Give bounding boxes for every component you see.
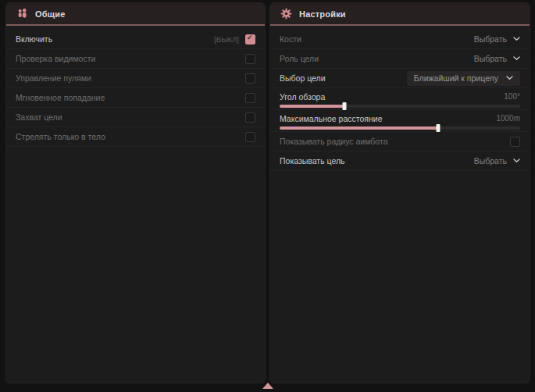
row-controls: Выбрать	[474, 156, 520, 166]
settings-row: Выбор целиБлижайший к прицелу	[270, 69, 530, 88]
settings-row: Роль целиВыбрать	[270, 49, 530, 69]
settings-row: Показывать радиус аимбота	[270, 132, 530, 151]
checkbox[interactable]	[245, 54, 255, 64]
settings-panel-header: Настройки	[270, 3, 530, 26]
slider-value: 1000m	[496, 114, 520, 123]
slider-thumb[interactable]	[437, 124, 440, 132]
dropdown[interactable]: Ближайший к прицелу	[407, 71, 520, 86]
slider-header: Максимальное расстояние1000m	[280, 114, 520, 123]
row-controls: Выбрать	[474, 54, 520, 63]
general-panel-rows: Включить[ВЫКЛ]Проверка видимостиУправлен…	[6, 26, 265, 147]
row-label: Стрелять только в тело	[16, 132, 105, 141]
checkbox[interactable]	[245, 73, 255, 84]
checkbox[interactable]	[510, 137, 520, 147]
checkbox[interactable]	[245, 112, 255, 123]
row-label: Угол обзора	[280, 92, 325, 102]
general-panel: Общие Включить[ВЫКЛ]Проверка видимостиУп…	[6, 3, 265, 383]
scroll-up-indicator[interactable]	[262, 383, 273, 389]
panel-title: Общие	[35, 9, 66, 19]
slider-row: Угол обзора100°	[270, 88, 530, 110]
settings-row: Включить[ВЫКЛ]	[6, 30, 265, 49]
checkbox[interactable]	[245, 93, 255, 103]
slider-header: Угол обзора100°	[280, 92, 520, 102]
row-label: Захват цели	[16, 112, 62, 122]
settings-panel-rows: КостиВыбратьРоль целиВыбратьВыбор целиБл…	[270, 26, 530, 171]
checkbox[interactable]	[245, 132, 255, 142]
settings-row: КостиВыбрать	[270, 30, 530, 49]
slider-fill	[280, 105, 344, 108]
row-label: Проверка видимости	[16, 54, 95, 63]
row-label: Показывать радиус аимбота	[280, 137, 388, 146]
panel-title: Настройки	[299, 9, 346, 19]
gear-icon	[280, 8, 292, 20]
row-label: Включить	[16, 34, 52, 44]
row-controls	[510, 137, 520, 147]
slider-fill	[280, 127, 438, 130]
row-controls	[245, 132, 255, 142]
select-value[interactable]: Выбрать	[474, 156, 507, 166]
row-label: Выбор цели	[280, 73, 326, 83]
chevron-down-icon[interactable]	[506, 76, 513, 80]
slider-track[interactable]	[280, 127, 520, 130]
select-value[interactable]: Ближайший к прицелу	[414, 73, 498, 83]
row-controls	[245, 73, 255, 84]
select-value[interactable]: Выбрать	[474, 34, 507, 44]
select-value[interactable]: Выбрать	[474, 54, 507, 63]
settings-row: Проверка видимости	[6, 49, 265, 69]
row-label: Управление пулями	[16, 73, 91, 83]
row-controls: Выбрать	[474, 34, 520, 44]
row-label: Роль цели	[280, 54, 319, 63]
slider-row: Максимальное расстояние1000m	[270, 110, 530, 132]
slider-thumb[interactable]	[343, 102, 347, 110]
chevron-down-icon[interactable]	[513, 37, 520, 41]
checkbox[interactable]	[245, 34, 255, 45]
row-label: Кости	[280, 34, 301, 44]
row-controls	[245, 112, 255, 123]
chevron-down-icon[interactable]	[513, 56, 520, 61]
settings-row: Управление пулями	[6, 69, 265, 88]
row-label: Максимальное расстояние	[280, 114, 382, 123]
row-controls: [ВЫКЛ]	[214, 34, 255, 45]
settings-row: Показывать цельВыбрать	[270, 151, 530, 171]
row-controls: Ближайший к прицелу	[407, 71, 520, 86]
row-label: Мгновенное попадание	[16, 93, 105, 102]
slider-value: 100°	[504, 92, 520, 101]
settings-row: Мгновенное попадание	[6, 88, 265, 108]
general-panel-header: Общие	[6, 3, 265, 26]
slider-track[interactable]	[280, 105, 520, 108]
settings-row: Захват цели	[6, 108, 265, 127]
row-label: Показывать цель	[280, 156, 345, 166]
users-icon	[16, 8, 28, 20]
settings-row: Стрелять только в тело	[6, 127, 265, 147]
row-controls	[245, 54, 255, 64]
row-controls	[245, 93, 255, 103]
hotkey-label: [ВЫКЛ]	[214, 35, 239, 44]
settings-panel: Настройки КостиВыбратьРоль целиВыбратьВы…	[270, 3, 530, 383]
chevron-down-icon[interactable]	[513, 159, 520, 163]
